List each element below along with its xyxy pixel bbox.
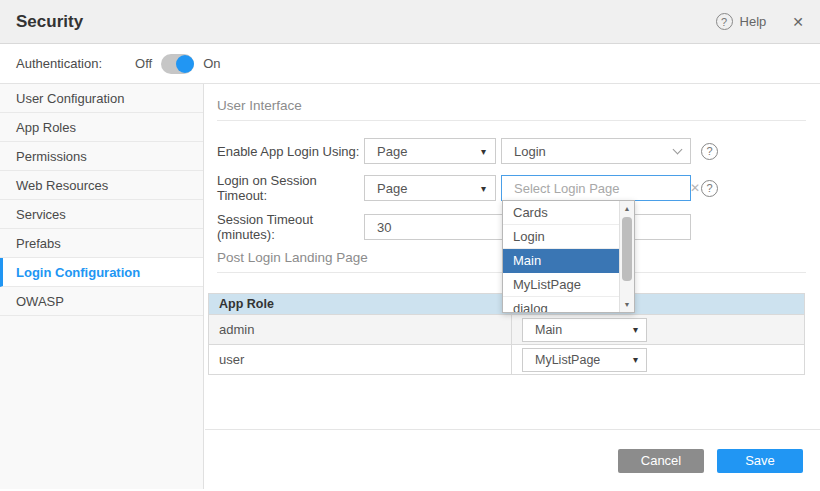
table-row: admin Main ▾ <box>209 315 805 345</box>
sidebar-item-app-roles[interactable]: App Roles <box>0 113 203 142</box>
dropdown-option-mylistpage[interactable]: MyListPage <box>503 273 619 297</box>
enable-login-help-icon[interactable]: ? <box>701 143 718 160</box>
user-landing-page-select[interactable]: MyListPage ▾ <box>522 348 647 372</box>
dropdown-option-main[interactable]: Main <box>503 249 619 273</box>
help-button[interactable]: ? Help <box>716 13 767 30</box>
role-cell: user <box>209 345 512 375</box>
caret-down-icon: ▾ <box>481 183 486 194</box>
save-button[interactable]: Save <box>717 449 803 473</box>
scrollbar-thumb[interactable] <box>622 217 632 281</box>
enable-app-login-row: Enable App Login Using: Page ▾ Login ? <box>217 138 820 164</box>
settings-sidebar: User Configuration App Roles Permissions… <box>0 84 204 489</box>
toggle-off-label: Off <box>135 56 152 71</box>
authentication-bar: Authentication: Off On <box>0 44 820 84</box>
toggle-knob <box>176 55 194 73</box>
admin-landing-page-select[interactable]: Main ▾ <box>522 318 647 342</box>
toggle-on-label: On <box>203 56 220 71</box>
cancel-button[interactable]: Cancel <box>618 449 704 473</box>
enable-app-login-label: Enable App Login Using: <box>217 144 364 159</box>
user-interface-section-title: User Interface <box>217 98 806 121</box>
timeout-login-page-combobox[interactable]: ✕ <box>501 175 691 201</box>
sidebar-item-login-configuration[interactable]: Login Configuration <box>0 258 203 287</box>
security-dialog: Security ? Help ✕ Authentication: Off On… <box>0 0 820 491</box>
dialog-footer: Cancel Save <box>205 429 820 491</box>
dropdown-option-cards[interactable]: Cards <box>503 201 619 225</box>
login-page-search-input[interactable] <box>514 181 690 196</box>
sidebar-item-permissions[interactable]: Permissions <box>0 142 203 171</box>
login-session-timeout-row: Login on Session Timeout: Page ▾ ✕ ? <box>217 175 820 201</box>
chevron-down-icon <box>673 144 683 154</box>
authentication-toggle[interactable] <box>161 54 194 74</box>
caret-down-icon: ▾ <box>481 146 486 157</box>
dropdown-scrollbar[interactable]: ▲ ▼ <box>619 201 634 312</box>
scroll-up-icon[interactable]: ▲ <box>620 202 634 215</box>
sidebar-item-user-configuration[interactable]: User Configuration <box>0 84 203 113</box>
dialog-header: Security ? Help ✕ <box>0 0 820 44</box>
caret-down-icon: ▾ <box>633 354 638 365</box>
page-title: Security <box>16 12 716 32</box>
login-session-timeout-label: Login on Session Timeout: <box>217 173 364 203</box>
enable-login-page-select[interactable]: Login <box>501 138 691 164</box>
caret-down-icon: ▾ <box>633 324 638 335</box>
app-role-column-header: App Role <box>209 294 512 315</box>
timeout-login-help-icon[interactable]: ? <box>701 180 718 197</box>
sidebar-item-web-resources[interactable]: Web Resources <box>0 171 203 200</box>
table-row: user MyListPage ▾ <box>209 345 805 375</box>
enable-login-type-select[interactable]: Page ▾ <box>364 138 496 164</box>
authentication-label: Authentication: <box>16 56 102 71</box>
help-label: Help <box>740 14 767 29</box>
login-page-dropdown-list: Cards Login Main MyListPage dialog ▲ ▼ <box>502 200 635 313</box>
sidebar-item-prefabs[interactable]: Prefabs <box>0 229 203 258</box>
role-cell: admin <box>209 315 512 345</box>
scroll-down-icon[interactable]: ▼ <box>620 298 634 311</box>
close-icon[interactable]: ✕ <box>792 14 804 30</box>
sidebar-item-services[interactable]: Services <box>0 200 203 229</box>
clear-icon[interactable]: ✕ <box>690 181 700 195</box>
dropdown-option-login[interactable]: Login <box>503 225 619 249</box>
session-timeout-label: Session Timeout (minutes): <box>217 212 364 242</box>
help-icon: ? <box>716 13 733 30</box>
sidebar-item-owasp[interactable]: OWASP <box>0 287 203 316</box>
timeout-login-type-select[interactable]: Page ▾ <box>364 175 496 201</box>
dropdown-option-dialog[interactable]: dialog <box>503 297 619 313</box>
